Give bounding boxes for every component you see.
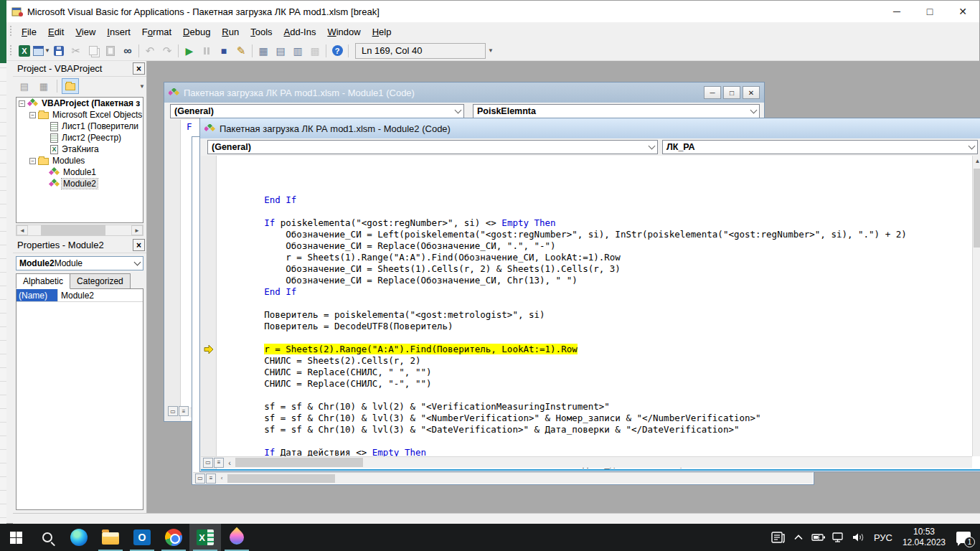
tree-expander[interactable]: − (29, 112, 36, 118)
tree-item-module2[interactable]: Module2 (17, 178, 143, 189)
code-line[interactable] (221, 390, 907, 401)
code-line[interactable] (221, 332, 907, 344)
code-line[interactable]: End If (221, 286, 907, 298)
tree-item-module1[interactable]: Module1 (17, 166, 143, 178)
code-line[interactable]: If poiskelementa("<gost:regNumber>", si)… (221, 217, 907, 229)
module2-code-text[interactable]: End If If poiskelementa("<gost:regNumber… (221, 194, 907, 471)
project-panel-close-button[interactable]: × (133, 62, 145, 75)
save-icon[interactable] (50, 43, 67, 59)
full-module-view-button[interactable]: ≡ (214, 458, 224, 468)
clock[interactable]: 10:53 12.04.2023 (898, 527, 950, 548)
edge-icon[interactable] (63, 524, 95, 551)
menu-edit[interactable]: Edit (42, 24, 70, 40)
module2-procedure-combo[interactable]: ЛК_РА (662, 140, 978, 154)
excel-icon[interactable]: X (189, 524, 221, 551)
code-line[interactable] (221, 435, 907, 447)
language-indicator[interactable]: РУС (870, 532, 897, 543)
find-icon[interactable]: ∞ (119, 43, 136, 59)
copy-icon[interactable] (85, 43, 102, 59)
tree-item-vbaproject-пакетная-з[interactable]: −VBAProject (Пакетная з (17, 98, 143, 109)
menu-debug[interactable]: Debug (177, 24, 216, 40)
scroll-up-arrow[interactable]: ▲ (973, 156, 980, 166)
code-line[interactable]: Обозначение_СИ = Left(poiskelementa("<go… (221, 229, 907, 240)
properties-object-combo[interactable]: Module2 Module (16, 256, 143, 270)
scroll-left-arrow[interactable]: ‹ (216, 474, 227, 484)
tray-expand-chevron-icon[interactable] (789, 524, 808, 551)
procedure-view-button[interactable]: ▭ (195, 474, 205, 484)
code-line[interactable]: r = Sheets(1).Range("A:A").Find(Обозначе… (221, 252, 907, 263)
tree-item-этакнига[interactable]: XЭтаКнига (17, 143, 143, 155)
properties-panel-close-button[interactable]: × (133, 239, 145, 251)
tree-item-modules[interactable]: −Modules (17, 155, 143, 166)
code-line[interactable]: Поверитель = DecodeUTF8(Поверитель) (221, 321, 907, 332)
design-mode-icon[interactable]: ✎ (232, 43, 250, 59)
file-explorer-icon[interactable] (95, 524, 126, 551)
project-explorer-icon[interactable]: ▦ (255, 43, 272, 59)
code-line[interactable]: sf = sf & Chr(10) & lvl(3) & "<DateVerif… (221, 424, 907, 435)
code-line-execution-highlight[interactable]: r = Sheets(2).Range("A:A").Find(Поверите… (221, 344, 907, 355)
full-module-view-button[interactable]: ≡ (206, 474, 216, 484)
project-toolbar-overflow[interactable]: ▼ (138, 78, 146, 94)
menu-insert[interactable]: Insert (101, 24, 136, 40)
property-row[interactable]: (Name) Module2 (17, 289, 143, 302)
code-line[interactable]: Обозначение_СИ = Replace(Обозначение_СИ,… (221, 275, 907, 286)
combo-dropdown-icon[interactable] (131, 257, 143, 270)
menu-view[interactable]: View (70, 24, 101, 40)
tree-item-лист1-поверители[interactable]: Лист1 (Поверители (17, 121, 143, 132)
search-button[interactable] (32, 524, 63, 551)
chrome-icon[interactable] (158, 524, 189, 551)
tab-alphabetic[interactable]: Alphabetic (16, 273, 70, 289)
toolbox-icon[interactable]: ▩ (306, 43, 324, 59)
property-value-cell[interactable]: Module2 (58, 289, 143, 301)
module1-margin-bar[interactable] (165, 120, 181, 420)
module2-code-area[interactable]: End If If poiskelementa("<gost:regNumber… (201, 156, 980, 471)
module2-object-combo[interactable]: (General) (207, 140, 658, 154)
code-line[interactable]: Обозначение_СИ = Sheets(1).Cells(r, 2) &… (221, 263, 907, 275)
run-icon[interactable]: ▶ (181, 43, 198, 59)
code-line[interactable]: СНИЛС = Replace(СНИЛС, "-", "") (221, 378, 907, 390)
tree-expander[interactable]: − (19, 100, 25, 107)
code-line[interactable]: СНИЛС = Sheets(2).Cells(r, 2) (221, 355, 907, 367)
menu-help[interactable]: Help (367, 24, 397, 40)
module1-object-combo[interactable]: (General) (170, 104, 464, 118)
notification-center-button[interactable]: 1 (951, 524, 976, 551)
cut-icon[interactable]: ✂ (67, 43, 85, 59)
code-line[interactable]: Поверитель = poiskelementa("<gost:metrol… (221, 309, 907, 321)
reset-icon[interactable]: ■ (215, 43, 232, 59)
scroll-right-arrow[interactable]: ► (131, 225, 143, 235)
toolbar-grip[interactable] (9, 45, 12, 57)
code-line[interactable] (221, 298, 907, 309)
scroll-left-arrow[interactable]: ‹ (224, 458, 235, 468)
undo-icon[interactable]: ↶ (141, 43, 159, 59)
view-excel-icon[interactable]: X (16, 43, 33, 59)
tree-item-лист2-реестр[interactable]: Лист2 (Реестр) (17, 132, 143, 143)
minimize-button[interactable]: ─ (880, 1, 913, 22)
menu-run[interactable]: Run (216, 24, 245, 40)
child-close-button[interactable]: ✕ (743, 86, 760, 99)
tree-expander[interactable]: − (29, 158, 36, 164)
toolbar-options-caret[interactable]: ▼ (486, 43, 496, 59)
view-object-button[interactable]: ▦ (35, 78, 52, 94)
code-line[interactable]: sf = sf & Chr(10) & lvl(3) & "<NumberVer… (221, 413, 907, 424)
close-button[interactable]: ✕ (946, 1, 979, 22)
menu-file[interactable]: File (16, 24, 42, 40)
properties-window-icon[interactable]: ▤ (272, 43, 289, 59)
tab-categorized[interactable]: Categorized (70, 273, 131, 289)
tree-item-microsoft-excel-objects[interactable]: −Microsoft Excel Objects (17, 109, 143, 121)
paint-drop-icon[interactable] (221, 524, 253, 551)
hscroll-thumb[interactable] (235, 458, 363, 467)
outlook-icon[interactable]: O (126, 524, 158, 551)
redo-icon[interactable]: ↷ (159, 43, 176, 59)
menu-addins[interactable]: Add-Ins (278, 24, 322, 40)
module1-procedure-combo[interactable]: PoiskElemnta (473, 104, 760, 118)
vscroll-thumb[interactable] (974, 169, 980, 248)
procedure-view-button[interactable]: ▭ (203, 458, 213, 468)
menu-tools[interactable]: Tools (245, 24, 278, 40)
child-minimize-button[interactable]: ─ (704, 86, 721, 99)
toggle-folders-button[interactable] (62, 78, 79, 94)
code-line[interactable]: Обозначение_СИ = Replace(Обозначение_СИ,… (221, 240, 907, 252)
paste-icon[interactable] (102, 43, 119, 59)
module2-hscrollbar[interactable]: ▭ ≡ ‹ (201, 456, 972, 468)
menu-format[interactable]: Format (136, 24, 177, 40)
code-line[interactable] (221, 206, 907, 217)
